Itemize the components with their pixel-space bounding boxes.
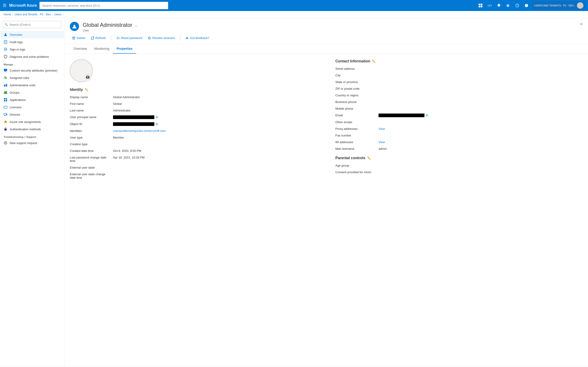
sidebar-label-groups: Groups <box>10 91 19 94</box>
user-photo <box>70 59 93 82</box>
sidebar-item-admin-units[interactable]: Administrative units <box>0 81 64 89</box>
tab-overview[interactable]: Overview <box>70 44 90 54</box>
global-search-input[interactable] <box>40 2 168 9</box>
notifications-icon[interactable] <box>495 2 502 9</box>
prop-age-group: Age group <box>335 164 582 167</box>
revoke-sessions-button[interactable]: Revoke sessions <box>145 35 177 41</box>
svg-point-23 <box>6 91 7 92</box>
upn-copy-btn[interactable]: ⧉ <box>156 115 158 119</box>
prop-display-name: Display name Global Administrator <box>70 95 317 99</box>
page-subtitle: User <box>83 29 582 32</box>
email-redacted <box>379 114 424 117</box>
breadcrumb-home[interactable]: Home <box>4 13 11 16</box>
hamburger-icon[interactable]: ☰ <box>3 3 6 8</box>
prop-upn: User principal name ⧉ <box>70 115 317 119</box>
svg-rect-25 <box>6 98 7 100</box>
ellipsis-menu[interactable]: ... <box>134 23 138 27</box>
value-display-name: Global Administrator <box>113 95 317 99</box>
prop-zip: ZIP or postal code <box>335 87 582 90</box>
label-ext-user-state-change: External user state change date time <box>70 173 111 179</box>
sidebar-label-assigned-roles: Assigned roles <box>10 76 29 80</box>
tab-properties[interactable]: Properties <box>113 44 136 54</box>
refresh-button[interactable]: Refresh <box>89 35 108 41</box>
value-identities[interactable]: usersandtenantsp2dev.onmicrosoft.com <box>113 129 317 133</box>
close-button[interactable]: × <box>580 22 582 27</box>
svg-rect-18 <box>4 85 5 86</box>
label-display-name: Display name <box>70 95 111 99</box>
sidebar-item-assigned-roles[interactable]: ★ Assigned roles <box>0 74 64 81</box>
email-copy-btn[interactable]: ⧉ <box>426 114 428 117</box>
sidebar-item-overview[interactable]: Overview <box>0 31 64 38</box>
value-created-datetime: Oct 8, 2020, 8:50 PM <box>113 149 317 152</box>
object-id-copy-btn[interactable]: ⧉ <box>156 122 158 126</box>
breadcrumb-users[interactable]: Users <box>54 13 61 16</box>
prop-mobile-phone: Mobile phone <box>335 107 582 110</box>
sidebar-search-input[interactable] <box>3 21 61 28</box>
sidebar-label-custom-security: Custom security attributes (preview) <box>10 69 57 72</box>
prop-city: City <box>335 74 582 77</box>
sidebar-label-support: New support request <box>10 141 37 145</box>
sidebar-label-licenses: Licenses <box>10 106 21 109</box>
content-area: Global Administrator ... User × Delete R… <box>64 18 588 367</box>
svg-text:?: ? <box>517 4 518 7</box>
sidebar-item-licenses[interactable]: Licenses <box>0 103 64 111</box>
breadcrumb: Home › Users and Tenants - P2 - Dev › Us… <box>0 11 588 18</box>
account-info[interactable]: USERS AND TENANTS - P2 - DEV... <box>532 1 585 10</box>
label-identities: Identities <box>70 129 111 133</box>
sidebar-item-diagnose[interactable]: Diagnose and solve problems <box>0 53 64 60</box>
value-proxy-addresses[interactable]: View <box>379 127 582 131</box>
value-im-addresses[interactable]: View <box>379 140 582 144</box>
sidebar-item-custom-security[interactable]: Custom security attributes (preview) <box>0 67 64 74</box>
photo-camera-button[interactable] <box>84 73 91 81</box>
auth-methods-icon <box>4 127 7 131</box>
label-age-group: Age group <box>335 164 377 167</box>
props-left: Identity ✏️ Display name Global Administ… <box>70 59 317 183</box>
main-layout: 🔍 Overview Audit logs Sign-in logs <box>0 18 588 367</box>
prop-street: Street address <box>335 67 582 70</box>
troubleshooting-section-label: Troubleshooting + Support <box>0 133 64 139</box>
svg-rect-26 <box>4 100 5 101</box>
label-creation-type: Creation type <box>70 142 111 146</box>
cloud-shell-icon[interactable] <box>486 2 493 9</box>
label-user-type: User type <box>70 136 111 139</box>
sidebar-item-auth-methods[interactable]: Authentication methods <box>0 125 64 133</box>
identity-section-header: Identity ✏️ <box>70 88 317 92</box>
identity-edit-icon[interactable]: ✏️ <box>85 88 88 92</box>
prop-email: Email ⧉ <box>335 114 582 117</box>
overview-icon <box>4 33 7 36</box>
label-consent-minor: Consent provided for minor <box>335 170 377 174</box>
parental-edit-icon[interactable]: ✏️ <box>367 156 371 160</box>
toolbar-sep-1 <box>111 35 111 41</box>
prop-business-phone: Business phone <box>335 100 582 104</box>
settings-icon[interactable] <box>504 2 512 9</box>
admin-units-icon <box>4 83 7 87</box>
devices-icon <box>4 113 7 116</box>
feedback-button[interactable]: Got feedback? <box>183 35 212 41</box>
breadcrumb-tenant[interactable]: Users and Tenants - P2 - Dev <box>15 13 51 16</box>
tab-monitoring[interactable]: Monitoring <box>90 44 113 54</box>
props-right: Contact Information ✏️ Street address Ci… <box>335 59 582 183</box>
sidebar-item-azure-roles[interactable]: Azure role assignments <box>0 118 64 125</box>
sidebar-item-audit-logs[interactable]: Audit logs <box>0 38 64 46</box>
breadcrumb-sep-3: › <box>63 13 63 16</box>
delete-button[interactable]: Delete <box>70 35 88 41</box>
svg-rect-32 <box>6 114 7 115</box>
toolbar-sep-2 <box>180 35 180 41</box>
object-id-redacted <box>113 122 154 126</box>
sidebar-search-icon: 🔍 <box>5 23 8 26</box>
prop-last-name: Last name Administrator <box>70 109 317 112</box>
page-header-info: Global Administrator ... User <box>83 22 582 32</box>
contact-edit-icon[interactable]: ✏️ <box>372 60 376 63</box>
portal-icon[interactable] <box>477 2 484 9</box>
label-fax: Fax number <box>335 134 377 137</box>
help-icon[interactable]: ? <box>514 2 521 9</box>
sidebar-item-applications[interactable]: Applications <box>0 96 64 103</box>
feedback-icon[interactable] <box>523 2 530 9</box>
prop-country: Country or region <box>335 94 582 97</box>
sidebar-item-devices[interactable]: Devices <box>0 111 64 118</box>
sidebar-item-groups[interactable]: Groups <box>0 89 64 96</box>
sidebar-item-support[interactable]: New support request <box>0 139 64 147</box>
diagnose-icon <box>4 55 7 58</box>
sidebar-item-sign-in-logs[interactable]: Sign-in logs <box>0 46 64 53</box>
reset-password-button[interactable]: Reset password <box>114 35 145 41</box>
